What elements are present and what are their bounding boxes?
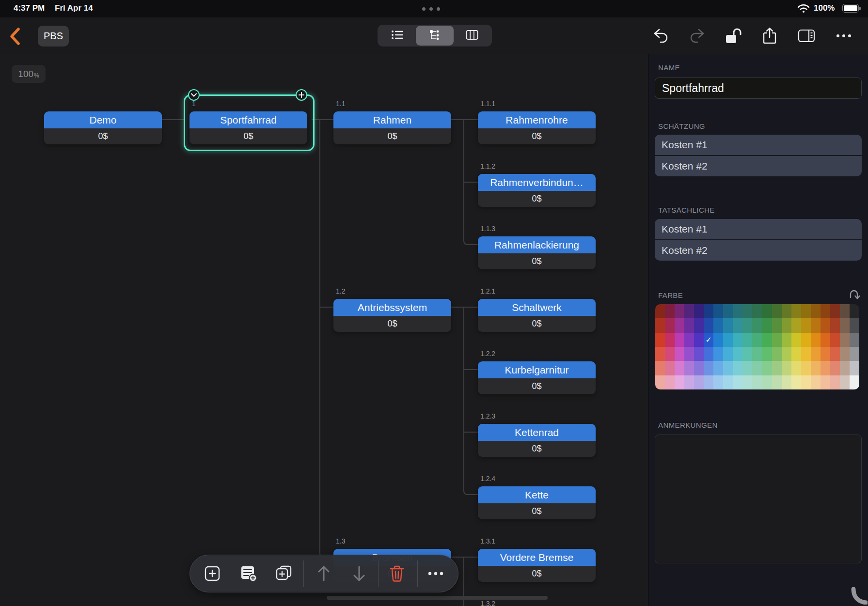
palette-swatch[interactable] — [713, 304, 723, 318]
palette-swatch[interactable] — [782, 333, 791, 347]
palette-swatch[interactable] — [704, 304, 713, 318]
palette-swatch[interactable] — [723, 333, 733, 347]
tree-node[interactable]: 1.2.2Kurbelgarnitur0$ — [478, 361, 596, 394]
palette-swatch[interactable] — [723, 304, 733, 318]
palette-swatch[interactable] — [752, 347, 762, 361]
palette-swatch[interactable] — [694, 375, 704, 389]
palette-swatch[interactable] — [742, 304, 752, 318]
palette-swatch[interactable] — [675, 375, 684, 389]
document-title-button[interactable]: PBS — [38, 26, 69, 47]
estimate-cost1-field[interactable]: Kosten #1 — [655, 135, 862, 155]
palette-swatch[interactable] — [655, 347, 665, 361]
palette-swatch[interactable] — [772, 361, 782, 375]
palette-swatch[interactable] — [772, 347, 782, 361]
view-columns-segment[interactable] — [454, 26, 491, 46]
palette-swatch[interactable] — [704, 347, 713, 361]
palette-swatch[interactable] — [791, 347, 801, 361]
palette-swatch[interactable] — [762, 347, 772, 361]
share-button[interactable] — [761, 27, 778, 45]
palette-swatch[interactable] — [723, 347, 733, 361]
palette-swatch[interactable] — [733, 347, 742, 361]
palette-swatch[interactable] — [840, 304, 850, 318]
palette-swatch[interactable] — [830, 333, 840, 347]
tree-node[interactable]: 1.3.1Vordere Bremse0$ — [478, 549, 596, 582]
tree-node[interactable]: 1.2.1Schaltwerk0$ — [478, 299, 596, 332]
palette-swatch[interactable] — [684, 333, 694, 347]
notes-textarea[interactable] — [655, 435, 862, 563]
name-input[interactable] — [655, 78, 862, 99]
redo-button[interactable] — [688, 27, 706, 45]
tree-node[interactable]: 1.1.1Rahmenrohre0$ — [478, 111, 596, 144]
palette-swatch[interactable] — [772, 304, 782, 318]
back-button[interactable] — [7, 26, 24, 47]
palette-swatch[interactable] — [684, 304, 694, 318]
palette-swatch[interactable] — [665, 361, 675, 375]
tree-node[interactable]: 1.1Rahmen0$ — [333, 111, 451, 144]
palette-swatch[interactable] — [791, 318, 801, 332]
palette-swatch[interactable] — [772, 318, 782, 332]
palette-swatch[interactable] — [742, 361, 752, 375]
palette-swatch[interactable] — [742, 333, 752, 347]
estimate-cost2-field[interactable]: Kosten #2 — [655, 156, 862, 176]
palette-swatch[interactable] — [752, 318, 762, 332]
palette-swatch[interactable] — [830, 375, 840, 389]
palette-swatch[interactable] — [811, 333, 821, 347]
undo-button[interactable] — [652, 27, 670, 45]
palette-swatch[interactable] — [830, 361, 840, 375]
palette-swatch[interactable] — [684, 318, 694, 332]
palette-swatch[interactable] — [850, 318, 859, 332]
palette-swatch[interactable] — [742, 347, 752, 361]
palette-swatch[interactable] — [772, 375, 782, 389]
palette-swatch[interactable] — [811, 318, 821, 332]
move-down-button[interactable] — [348, 563, 370, 584]
move-up-button[interactable] — [313, 563, 334, 584]
tree-node[interactable]: 1.2Antriebssystem0$ — [333, 299, 451, 332]
tree-node[interactable]: 1.1.2Rahmenverbindun…0$ — [478, 174, 596, 207]
palette-swatch[interactable] — [694, 333, 704, 347]
palette-swatch[interactable] — [782, 304, 791, 318]
collapse-handle[interactable] — [188, 89, 200, 101]
palette-swatch[interactable] — [791, 361, 801, 375]
palette-swatch[interactable] — [752, 375, 762, 389]
palette-swatch[interactable] — [791, 375, 801, 389]
palette-swatch[interactable] — [733, 361, 742, 375]
palette-swatch[interactable] — [801, 375, 811, 389]
add-child-handle[interactable] — [296, 89, 307, 101]
palette-swatch[interactable] — [655, 318, 665, 332]
palette-swatch[interactable] — [733, 333, 742, 347]
palette-swatch[interactable] — [713, 375, 723, 389]
palette-swatch[interactable] — [684, 361, 694, 375]
palette-swatch[interactable] — [723, 318, 733, 332]
add-note-button[interactable] — [238, 563, 259, 584]
palette-swatch[interactable] — [801, 318, 811, 332]
palette-swatch[interactable] — [723, 375, 733, 389]
palette-swatch[interactable] — [830, 347, 840, 361]
palette-swatch[interactable] — [655, 333, 665, 347]
palette-swatch[interactable] — [801, 333, 811, 347]
palette-swatch[interactable] — [694, 347, 704, 361]
palette-swatch[interactable] — [811, 347, 821, 361]
palette-swatch[interactable] — [762, 375, 772, 389]
palette-swatch[interactable] — [782, 347, 791, 361]
palette-swatch[interactable] — [840, 347, 850, 361]
add-node-button[interactable] — [202, 563, 223, 584]
palette-swatch[interactable] — [791, 333, 801, 347]
tree-node[interactable]: Demo0$ — [44, 111, 162, 144]
palette-swatch[interactable] — [801, 361, 811, 375]
palette-swatch[interactable] — [665, 347, 675, 361]
palette-swatch[interactable] — [704, 361, 713, 375]
palette-swatch[interactable] — [675, 361, 684, 375]
palette-swatch[interactable] — [821, 318, 830, 332]
palette-swatch[interactable] — [655, 361, 665, 375]
palette-swatch[interactable] — [704, 318, 713, 332]
palette-swatch[interactable] — [752, 333, 762, 347]
palette-swatch[interactable] — [850, 347, 859, 361]
palette-swatch[interactable] — [675, 304, 684, 318]
palette-swatch[interactable] — [850, 361, 859, 375]
palette-swatch[interactable] — [811, 375, 821, 389]
actual-cost2-field[interactable]: Kosten #2 — [655, 240, 862, 261]
actual-cost1-field[interactable]: Kosten #1 — [655, 219, 862, 239]
palette-swatch[interactable] — [713, 333, 723, 347]
palette-swatch[interactable] — [733, 304, 742, 318]
delete-button[interactable] — [386, 563, 408, 584]
